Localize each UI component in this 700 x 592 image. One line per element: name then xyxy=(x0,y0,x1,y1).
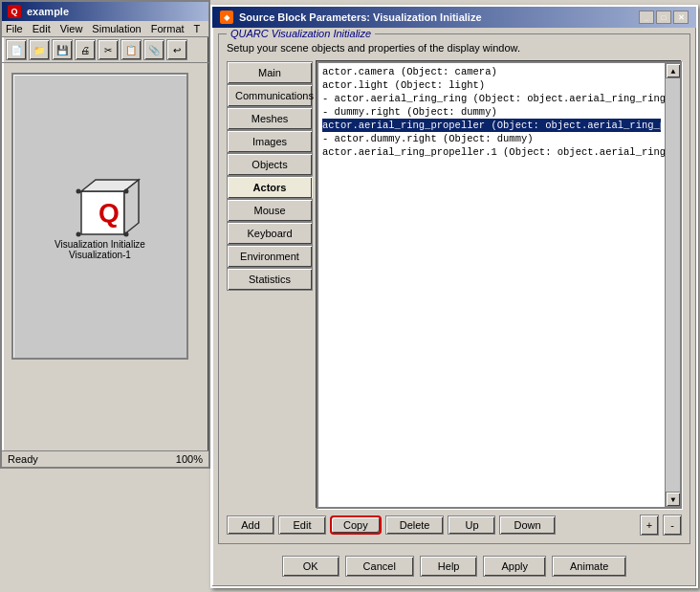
menu-view[interactable]: View xyxy=(60,23,83,34)
scroll-down-button[interactable]: ▼ xyxy=(666,492,681,507)
list-item[interactable]: actor.aerial_ring_propeller.1 (Object: o… xyxy=(322,145,661,159)
delete-button[interactable]: Delete xyxy=(385,515,445,535)
bg-menubar: File Edit View Simulation Format T xyxy=(2,21,208,37)
tab-environment[interactable]: Environment xyxy=(227,245,313,268)
list-item[interactable]: actor.camera (Object: camera) xyxy=(322,65,661,78)
tab-communications[interactable]: Communications xyxy=(227,84,313,107)
tab-images[interactable]: Images xyxy=(227,130,313,153)
apply-button[interactable]: Apply xyxy=(483,556,546,577)
menu-edit[interactable]: Edit xyxy=(33,23,51,34)
svg-point-5 xyxy=(123,189,128,194)
svg-point-6 xyxy=(76,232,80,237)
tab-meshes[interactable]: Meshes xyxy=(227,107,313,130)
list-item[interactable]: - dummy.right (Object: dummy) xyxy=(322,105,661,119)
bg-app-icon: Q xyxy=(8,5,21,18)
dialog-titlebar: ◆ Source Block Parameters: Visualization… xyxy=(212,7,696,28)
dialog-body: QUARC Visualization Initialize Setup you… xyxy=(212,28,696,582)
group-description: Setup your scene objects and properties … xyxy=(227,42,682,54)
title-controls: _ □ ✕ xyxy=(639,11,689,24)
dialog-title-left: ◆ Source Block Parameters: Visualization… xyxy=(220,11,482,24)
scroll-track[interactable] xyxy=(666,78,680,492)
tab-objects[interactable]: Objects xyxy=(227,153,313,176)
scroll-up-button[interactable]: ▲ xyxy=(666,63,681,78)
bg-window-title: example xyxy=(27,6,69,17)
bg-titlebar: Q example xyxy=(2,2,208,21)
down-button[interactable]: Down xyxy=(499,515,555,535)
toolbar-paste[interactable]: 📎 xyxy=(143,39,164,60)
toolbar-copy[interactable]: 📋 xyxy=(120,39,142,60)
list-item[interactable]: - actor.aerial_ring_ring (Object: object… xyxy=(322,92,661,105)
group-box-title: QUARC Visualization Initialize xyxy=(227,28,375,39)
maximize-button[interactable]: □ xyxy=(656,11,671,24)
toolbar-open[interactable]: 📁 xyxy=(29,39,50,60)
ok-button[interactable]: OK xyxy=(282,556,339,577)
menu-simulation[interactable]: Simulation xyxy=(92,23,141,34)
menu-t[interactable]: T xyxy=(194,23,201,34)
up-button[interactable]: Up xyxy=(448,515,495,535)
minus-button[interactable]: - xyxy=(663,515,682,536)
list-item[interactable]: actor.light (Object: light) xyxy=(322,78,661,92)
toolbar-save[interactable]: 💾 xyxy=(52,39,73,60)
svg-text:Q: Q xyxy=(98,198,120,228)
dialog-title-icon: ◆ xyxy=(220,11,233,24)
tab-actors[interactable]: Actors xyxy=(227,176,313,199)
tab-keyboard[interactable]: Keyboard xyxy=(227,222,313,245)
cube-graphic: Q xyxy=(72,172,129,230)
toolbar-undo[interactable]: ↩ xyxy=(166,39,187,60)
tab-statistics[interactable]: Statistics xyxy=(227,268,313,291)
dialog-title-text: Source Block Parameters: Visualization I… xyxy=(239,11,482,23)
bg-statusbar: Ready 100% xyxy=(2,450,208,467)
zoom-level: 100% xyxy=(176,453,203,465)
bg-canvas: Q Visualization Initialize Visualization… xyxy=(11,73,188,360)
svg-point-4 xyxy=(76,189,80,194)
toolbar-new[interactable]: 📄 xyxy=(6,39,27,60)
edit-button[interactable]: Edit xyxy=(278,515,326,535)
svg-point-7 xyxy=(123,232,128,237)
bottom-buttons: OK Cancel Help Apply Animate xyxy=(218,556,690,577)
animate-button[interactable]: Animate xyxy=(552,556,626,577)
tab-navigation: Main Communications Meshes Images Object… xyxy=(227,61,313,509)
status-text: Ready xyxy=(8,453,38,465)
dialog-window: ◆ Source Block Parameters: Visualization… xyxy=(210,5,698,588)
action-buttons: Add Edit Copy Delete Up Down + - xyxy=(227,515,682,536)
content-area: Main Communications Meshes Images Object… xyxy=(227,61,682,509)
menu-format[interactable]: Format xyxy=(151,23,185,34)
toolbar-print[interactable]: 🖨 xyxy=(75,39,96,60)
menu-file[interactable]: File xyxy=(6,23,23,34)
list-scrollbar: ▲ ▼ xyxy=(665,63,680,507)
minimize-button[interactable]: _ xyxy=(639,11,654,24)
toolbar-cut[interactable]: ✂ xyxy=(98,39,119,60)
help-button[interactable]: Help xyxy=(420,556,478,577)
add-button[interactable]: Add xyxy=(227,515,274,535)
bg-toolbar: 📄 📁 💾 🖨 ✂ 📋 📎 ↩ xyxy=(2,37,208,63)
tab-main[interactable]: Main xyxy=(227,61,313,84)
close-button[interactable]: ✕ xyxy=(673,11,689,24)
actors-list-inner[interactable]: actor.camera (Object: camera) actor.ligh… xyxy=(318,63,665,507)
list-item-selected[interactable]: actor.aerial_ring_propeller (Object: obj… xyxy=(322,119,661,132)
cancel-button[interactable]: Cancel xyxy=(345,556,414,577)
list-item[interactable]: - actor.dummy.right (Object: dummy) xyxy=(322,132,661,145)
tab-mouse[interactable]: Mouse xyxy=(227,199,313,222)
plus-button[interactable]: + xyxy=(640,515,659,536)
copy-button[interactable]: Copy xyxy=(330,515,382,535)
group-box: QUARC Visualization Initialize Setup you… xyxy=(218,33,690,544)
cube: Q xyxy=(72,172,129,230)
actors-list: actor.camera (Object: camera) actor.ligh… xyxy=(317,61,682,509)
background-window: Q example File Edit View Simulation Form… xyxy=(0,0,210,469)
